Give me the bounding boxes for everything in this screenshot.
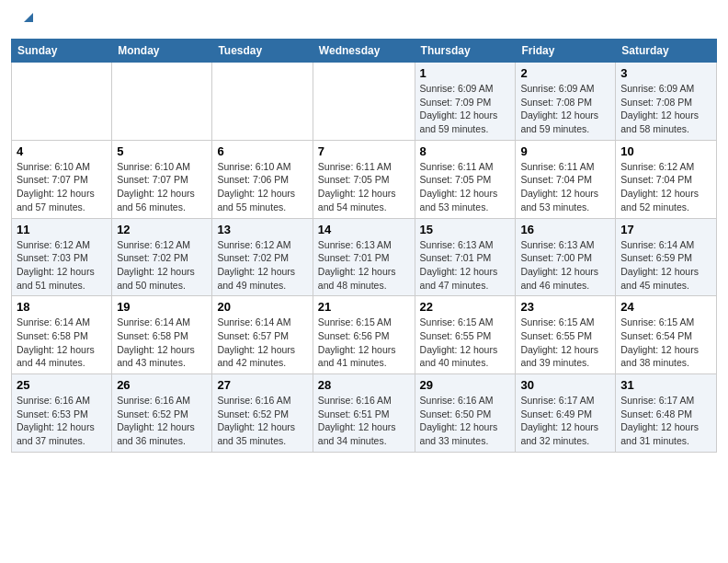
calendar-cell: 9Sunrise: 6:11 AM Sunset: 7:04 PM Daylig… — [516, 140, 616, 218]
day-info: Sunrise: 6:09 AM Sunset: 7:08 PM Dayligh… — [620, 82, 711, 136]
day-info: Sunrise: 6:09 AM Sunset: 7:09 PM Dayligh… — [420, 82, 511, 136]
day-number: 28 — [318, 378, 410, 392]
calendar-cell: 8Sunrise: 6:11 AM Sunset: 7:05 PM Daylig… — [415, 140, 516, 218]
day-info: Sunrise: 6:16 AM Sunset: 6:51 PM Dayligh… — [318, 394, 410, 448]
day-info: Sunrise: 6:16 AM Sunset: 6:50 PM Dayligh… — [420, 394, 511, 448]
day-info: Sunrise: 6:10 AM Sunset: 7:07 PM Dayligh… — [117, 160, 207, 214]
day-number: 22 — [420, 300, 511, 314]
day-info: Sunrise: 6:11 AM Sunset: 7:05 PM Dayligh… — [420, 160, 511, 214]
day-number: 20 — [217, 300, 307, 314]
day-number: 8 — [420, 144, 511, 158]
day-info: Sunrise: 6:16 AM Sunset: 6:52 PM Dayligh… — [117, 394, 207, 448]
logo-icon — [20, 9, 37, 29]
calendar-cell: 14Sunrise: 6:13 AM Sunset: 7:01 PM Dayli… — [313, 218, 415, 296]
day-number: 9 — [520, 144, 610, 158]
calendar-cell: 28Sunrise: 6:16 AM Sunset: 6:51 PM Dayli… — [313, 374, 415, 453]
day-number: 18 — [17, 300, 107, 314]
col-header-friday: Friday — [516, 40, 616, 63]
day-info: Sunrise: 6:10 AM Sunset: 7:07 PM Dayligh… — [17, 160, 107, 214]
calendar-cell — [112, 63, 212, 141]
day-info: Sunrise: 6:12 AM Sunset: 7:03 PM Dayligh… — [17, 238, 107, 293]
calendar-cell: 22Sunrise: 6:15 AM Sunset: 6:55 PM Dayli… — [415, 296, 516, 374]
day-number: 26 — [117, 378, 207, 392]
day-number: 2 — [520, 66, 610, 80]
day-number: 15 — [420, 223, 511, 236]
day-info: Sunrise: 6:15 AM Sunset: 6:54 PM Dayligh… — [620, 316, 711, 370]
calendar-cell: 13Sunrise: 6:12 AM Sunset: 7:02 PM Dayli… — [212, 218, 313, 296]
day-info: Sunrise: 6:11 AM Sunset: 7:04 PM Dayligh… — [520, 160, 610, 214]
calendar-cell: 19Sunrise: 6:14 AM Sunset: 6:58 PM Dayli… — [112, 296, 212, 374]
calendar-week-4: 18Sunrise: 6:14 AM Sunset: 6:58 PM Dayli… — [12, 296, 717, 374]
day-info: Sunrise: 6:17 AM Sunset: 6:48 PM Dayligh… — [620, 394, 711, 448]
day-number: 13 — [217, 223, 307, 236]
day-info: Sunrise: 6:10 AM Sunset: 7:06 PM Dayligh… — [217, 160, 307, 214]
day-number: 12 — [117, 223, 207, 236]
calendar-cell: 5Sunrise: 6:10 AM Sunset: 7:07 PM Daylig… — [112, 140, 212, 218]
calendar-cell: 3Sunrise: 6:09 AM Sunset: 7:08 PM Daylig… — [616, 63, 717, 141]
day-info: Sunrise: 6:13 AM Sunset: 7:00 PM Dayligh… — [520, 238, 610, 293]
col-header-monday: Monday — [112, 40, 212, 63]
calendar-cell: 2Sunrise: 6:09 AM Sunset: 7:08 PM Daylig… — [516, 63, 616, 141]
calendar-cell: 17Sunrise: 6:14 AM Sunset: 6:59 PM Dayli… — [616, 218, 717, 296]
calendar-cell: 16Sunrise: 6:13 AM Sunset: 7:00 PM Dayli… — [516, 218, 616, 296]
day-info: Sunrise: 6:16 AM Sunset: 6:53 PM Dayligh… — [17, 394, 107, 448]
day-info: Sunrise: 6:16 AM Sunset: 6:52 PM Dayligh… — [217, 394, 307, 448]
day-number: 21 — [318, 300, 410, 314]
calendar-cell: 6Sunrise: 6:10 AM Sunset: 7:06 PM Daylig… — [212, 140, 313, 218]
calendar-cell: 1Sunrise: 6:09 AM Sunset: 7:09 PM Daylig… — [415, 63, 516, 141]
day-number: 29 — [420, 378, 511, 392]
page-header — [0, 0, 728, 31]
day-info: Sunrise: 6:15 AM Sunset: 6:55 PM Dayligh… — [420, 316, 511, 370]
calendar-cell: 31Sunrise: 6:17 AM Sunset: 6:48 PM Dayli… — [616, 374, 717, 453]
calendar-cell — [212, 63, 313, 141]
day-number: 4 — [17, 144, 107, 158]
day-number: 23 — [520, 300, 610, 314]
day-number: 6 — [217, 144, 307, 158]
calendar-week-5: 25Sunrise: 6:16 AM Sunset: 6:53 PM Dayli… — [12, 374, 717, 453]
day-info: Sunrise: 6:14 AM Sunset: 6:57 PM Dayligh… — [217, 316, 307, 370]
col-header-saturday: Saturday — [616, 40, 717, 63]
day-info: Sunrise: 6:17 AM Sunset: 6:49 PM Dayligh… — [520, 394, 610, 448]
day-info: Sunrise: 6:13 AM Sunset: 7:01 PM Dayligh… — [318, 238, 410, 293]
calendar-cell: 25Sunrise: 6:16 AM Sunset: 6:53 PM Dayli… — [12, 374, 112, 453]
day-number: 17 — [620, 223, 711, 236]
calendar-cell: 4Sunrise: 6:10 AM Sunset: 7:07 PM Daylig… — [12, 140, 112, 218]
day-number: 24 — [620, 300, 711, 314]
day-info: Sunrise: 6:12 AM Sunset: 7:02 PM Dayligh… — [117, 238, 207, 293]
day-number: 5 — [117, 144, 207, 158]
day-number: 27 — [217, 378, 307, 392]
calendar-cell — [313, 63, 415, 141]
day-info: Sunrise: 6:14 AM Sunset: 6:58 PM Dayligh… — [117, 316, 207, 370]
calendar-week-1: 1Sunrise: 6:09 AM Sunset: 7:09 PM Daylig… — [12, 63, 717, 141]
col-header-sunday: Sunday — [12, 40, 112, 63]
day-number: 1 — [420, 66, 511, 80]
calendar-week-3: 11Sunrise: 6:12 AM Sunset: 7:03 PM Dayli… — [12, 218, 717, 296]
day-info: Sunrise: 6:14 AM Sunset: 6:58 PM Dayligh… — [17, 316, 107, 370]
calendar-cell: 7Sunrise: 6:11 AM Sunset: 7:05 PM Daylig… — [313, 140, 415, 218]
calendar-cell: 20Sunrise: 6:14 AM Sunset: 6:57 PM Dayli… — [212, 296, 313, 374]
calendar-cell: 15Sunrise: 6:13 AM Sunset: 7:01 PM Dayli… — [415, 218, 516, 296]
day-info: Sunrise: 6:15 AM Sunset: 6:56 PM Dayligh… — [318, 316, 410, 370]
day-number: 31 — [620, 378, 711, 392]
calendar-cell: 21Sunrise: 6:15 AM Sunset: 6:56 PM Dayli… — [313, 296, 415, 374]
calendar-table: SundayMondayTuesdayWednesdayThursdayFrid… — [11, 39, 717, 453]
day-number: 16 — [520, 223, 610, 236]
calendar-cell: 18Sunrise: 6:14 AM Sunset: 6:58 PM Dayli… — [12, 296, 112, 374]
logo — [18, 9, 37, 29]
calendar-cell: 23Sunrise: 6:15 AM Sunset: 6:55 PM Dayli… — [516, 296, 616, 374]
day-number: 30 — [520, 378, 610, 392]
day-info: Sunrise: 6:12 AM Sunset: 7:02 PM Dayligh… — [217, 238, 307, 293]
calendar-cell: 12Sunrise: 6:12 AM Sunset: 7:02 PM Dayli… — [112, 218, 212, 296]
svg-marker-0 — [24, 13, 33, 22]
calendar-cell: 24Sunrise: 6:15 AM Sunset: 6:54 PM Dayli… — [616, 296, 717, 374]
calendar-cell: 26Sunrise: 6:16 AM Sunset: 6:52 PM Dayli… — [112, 374, 212, 453]
calendar-cell: 29Sunrise: 6:16 AM Sunset: 6:50 PM Dayli… — [415, 374, 516, 453]
day-number: 25 — [17, 378, 107, 392]
day-number: 19 — [117, 300, 207, 314]
calendar-cell: 10Sunrise: 6:12 AM Sunset: 7:04 PM Dayli… — [616, 140, 717, 218]
day-info: Sunrise: 6:13 AM Sunset: 7:01 PM Dayligh… — [420, 238, 511, 293]
calendar-week-2: 4Sunrise: 6:10 AM Sunset: 7:07 PM Daylig… — [12, 140, 717, 218]
day-number: 14 — [318, 223, 410, 236]
day-info: Sunrise: 6:14 AM Sunset: 6:59 PM Dayligh… — [620, 238, 711, 293]
col-header-thursday: Thursday — [415, 40, 516, 63]
